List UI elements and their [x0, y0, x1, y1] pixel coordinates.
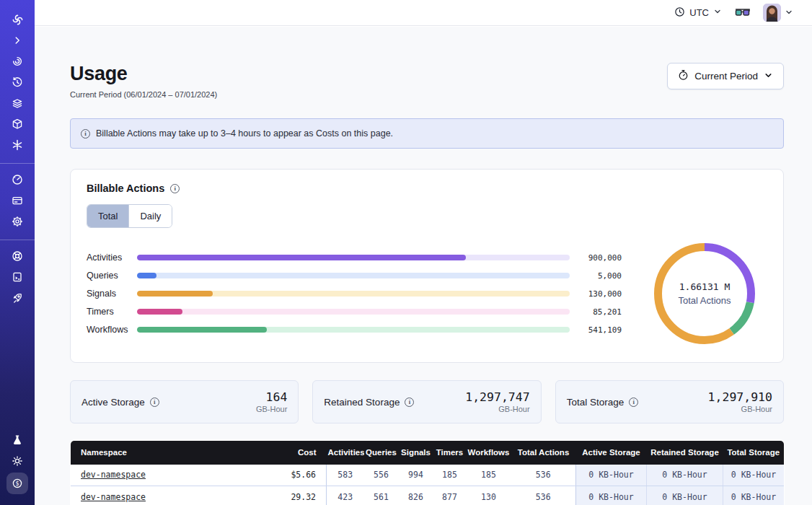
pricing-coin-icon[interactable]: $ — [6, 473, 28, 494]
namespace-link[interactable]: dev-namespace — [81, 470, 146, 480]
history-icon[interactable] — [7, 73, 27, 92]
storage-cards: Active Storagei 164 GB-Hour Retained Sto… — [70, 380, 784, 423]
retained-storage-value: 1,297,747 — [465, 390, 529, 404]
svg-text:$: $ — [16, 480, 19, 487]
cell-signals: 994 — [399, 465, 433, 486]
bar-label: Timers — [87, 307, 133, 317]
bar-fill — [137, 309, 182, 315]
tab-daily[interactable]: Daily — [128, 205, 172, 227]
bar-label: Queries — [87, 271, 133, 281]
namespaces-icon[interactable] — [7, 52, 27, 71]
cell-total-actions: 536 — [511, 465, 576, 486]
donut-total-label: Total Actions — [679, 295, 731, 306]
billing-card-icon[interactable] — [7, 191, 27, 210]
cell-timers: 877 — [433, 486, 467, 505]
info-icon[interactable]: i — [629, 398, 638, 407]
current-period-dropdown[interactable]: Current Period — [667, 63, 784, 89]
cell-total-actions: 536 — [511, 486, 576, 505]
col-header-total-storage: Total Storage — [723, 441, 785, 465]
total-storage-label: Total Storage — [567, 397, 625, 408]
billable-view-tabs: Total Daily — [87, 204, 172, 228]
bar-track — [137, 309, 570, 315]
table-row: dev-namespace $5.66 583 556 994 185 185 … — [71, 465, 785, 486]
info-icon[interactable]: i — [150, 398, 159, 407]
total-storage-value: 1,297,910 — [708, 390, 772, 404]
col-header-namespace: Namespace — [71, 441, 255, 465]
retained-storage-label: Retained Storage — [324, 397, 400, 408]
timezone-label: UTC — [689, 7, 709, 18]
info-banner: i Billable Actions may take up to 3–4 ho… — [70, 118, 784, 149]
cell-signals: 826 — [399, 486, 433, 505]
theme-sun-icon[interactable] — [7, 452, 27, 470]
col-header-workflows: Workflows — [467, 441, 511, 465]
cell-retained-storage: 0 KB-Hour — [647, 486, 723, 505]
cell-workflows: 185 — [467, 465, 511, 486]
getting-started-rocket-icon[interactable] — [7, 289, 27, 307]
nexus-asterisk-icon[interactable] — [7, 136, 27, 154]
total-actions-donut: 1.66131 M Total Actions — [650, 240, 759, 348]
temporal-logo-icon[interactable] — [7, 10, 27, 29]
bar-label: Activities — [87, 252, 133, 263]
col-header-activities: Activities — [327, 441, 364, 465]
bar-track — [137, 273, 570, 278]
cell-active-storage: 0 KB-Hour — [576, 465, 647, 486]
bar-fill — [137, 273, 156, 278]
docs-terminal-icon[interactable] — [7, 268, 27, 286]
col-header-active-storage: Active Storage — [576, 441, 647, 465]
timezone-selector[interactable]: UTC — [674, 6, 722, 19]
clock-icon — [674, 6, 685, 19]
bar-track — [137, 255, 570, 260]
main-content: Usage Current Period (06/01/2024 – 07/01… — [35, 27, 812, 505]
bar-row-workflows: Workflows 541,109 — [87, 321, 622, 339]
info-icon[interactable]: i — [405, 398, 414, 407]
bar-row-timers: Timers 85,201 — [87, 303, 622, 321]
settings-gear-icon[interactable] — [7, 212, 27, 231]
active-storage-card: Active Storagei 164 GB-Hour — [70, 380, 299, 423]
bar-row-queries: Queries 5,000 — [87, 267, 622, 285]
chevron-down-icon — [785, 6, 793, 19]
bar-track — [137, 327, 570, 333]
expand-chevron-icon[interactable] — [7, 31, 27, 50]
chevron-down-icon — [764, 71, 773, 82]
info-icon[interactable]: i — [170, 184, 180, 193]
cell-total-storage: 0 KB-Hour — [723, 465, 785, 486]
support-lifebuoy-icon[interactable] — [7, 247, 27, 265]
cell-total-storage: 0 KB-Hour — [723, 486, 785, 505]
banner-text: Billable Actions may take up to 3–4 hour… — [96, 128, 393, 139]
active-storage-label: Active Storage — [81, 397, 145, 408]
cell-activities: 423 — [327, 486, 364, 505]
billable-actions-title: Billable Actions — [87, 183, 164, 194]
tab-total[interactable]: Total — [87, 205, 128, 227]
deployments-cube-icon[interactable] — [7, 115, 27, 133]
donut-total-value: 1.66131 M — [679, 281, 730, 292]
stopwatch-icon — [678, 69, 689, 83]
cell-timers: 185 — [433, 465, 467, 486]
cell-retained-storage: 0 KB-Hour — [647, 465, 723, 486]
col-header-retained-storage: Retained Storage — [647, 441, 723, 465]
namespace-usage-table: Namespace Cost Activities Queries Signal… — [70, 440, 785, 505]
cell-queries: 556 — [364, 465, 399, 486]
total-storage-card: Total Storagei 1,297,910 GB-Hour — [555, 380, 784, 423]
cell-queries: 561 — [364, 486, 399, 505]
glasses-icon[interactable] — [735, 8, 750, 18]
bar-label: Signals — [87, 289, 133, 299]
cell-cost: 29.32 — [255, 486, 327, 505]
layers-icon[interactable] — [7, 94, 27, 113]
bar-row-signals: Signals 130,000 — [87, 285, 622, 303]
col-header-timers: Timers — [433, 441, 467, 465]
labs-flask-icon[interactable] — [7, 431, 27, 449]
namespace-link[interactable]: dev-namespace — [81, 492, 146, 502]
bar-fill — [137, 255, 466, 260]
bar-label: Workflows — [87, 325, 133, 335]
active-storage-unit: GB-Hour — [256, 405, 287, 413]
col-header-total-actions: Total Actions — [511, 441, 576, 465]
retained-storage-card: Retained Storagei 1,297,747 GB-Hour — [312, 380, 541, 423]
active-storage-value: 164 — [256, 390, 287, 404]
table-header-row: Namespace Cost Activities Queries Signal… — [71, 441, 785, 465]
total-storage-unit: GB-Hour — [708, 405, 772, 413]
usage-gauge-icon[interactable] — [7, 170, 27, 189]
current-period-label: Current Period — [694, 71, 758, 82]
billable-actions-card: Billable Actions i Total Daily Activitie… — [70, 169, 784, 363]
sidebar-divider — [0, 240, 35, 240]
user-menu[interactable] — [763, 4, 793, 22]
